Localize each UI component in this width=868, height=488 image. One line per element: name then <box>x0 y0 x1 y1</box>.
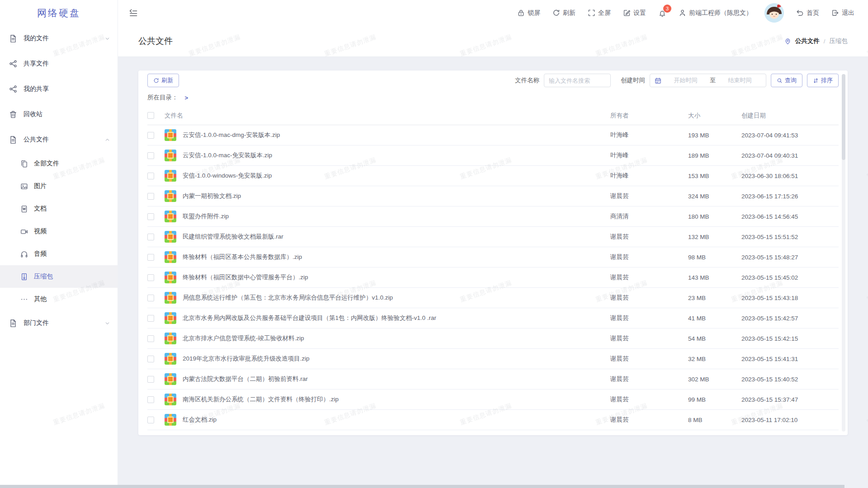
avatar[interactable] <box>764 3 784 23</box>
notifications-button[interactable]: 3 <box>658 9 666 17</box>
sidebar-item-videos[interactable]: 视频 <box>0 220 118 243</box>
file-owner: 谢晨芸 <box>610 395 688 404</box>
home-button[interactable]: 首页 <box>796 9 819 17</box>
directory-root-arrow[interactable]: > <box>185 94 189 101</box>
row-checkbox[interactable] <box>147 213 154 220</box>
row-checkbox[interactable] <box>147 152 154 159</box>
table-row[interactable]: 南海区机关新办公系统（二期）文件资料（终验打印）.zip谢晨芸99 MB2023… <box>147 389 839 410</box>
table-row[interactable]: 北京市水务局内网改版及公共服务基础平台建设项目（第1包：内网改版）终验验文档-v… <box>147 308 839 328</box>
sidebar-item-shared-files[interactable]: 共享文件 <box>0 51 118 76</box>
file-size: 180 MB <box>688 213 741 220</box>
start-time-placeholder[interactable]: 开始时间 <box>664 76 707 84</box>
file-name[interactable]: 云安信-1.0.0-mac-免安装版本.zip <box>183 152 272 159</box>
sidebar-item-recycle-bin[interactable]: 回收站 <box>0 102 118 127</box>
table-row[interactable]: 局信息系统运行维护（第五包：北京市水务局综合信息平台运行维护）v1.0.zip谢… <box>147 288 839 308</box>
refresh-icon <box>153 78 159 84</box>
row-checkbox[interactable] <box>147 356 154 362</box>
topbar: 锁屏刷新全屏设置 3 前端工程师（陈思文） <box>118 0 868 26</box>
table-row[interactable]: 2019年北京市水行政审批系统升级改造项目.zip谢晨芸32 MB2023-05… <box>147 349 839 369</box>
row-checkbox[interactable] <box>147 193 154 200</box>
table-row[interactable]: 民建组织管理系统验收文档最新版.rar谢晨芸132 MB2023-05-15 1… <box>147 227 839 247</box>
row-checkbox[interactable] <box>147 396 154 403</box>
sidebar-item-my-files[interactable]: 我的文件 <box>0 26 118 51</box>
table-row[interactable]: 内蒙古法院大数据平台（二期）初验前资料.rar谢晨芸302 MB2023-05-… <box>147 369 839 389</box>
file-owner: 叶海峰 <box>610 131 688 139</box>
lock-icon <box>517 9 525 17</box>
row-checkbox[interactable] <box>147 417 154 423</box>
table-row[interactable]: 安信-1.0.0-windows-免安装版.zip叶海峰153 MB2023-0… <box>147 166 839 186</box>
end-time-placeholder[interactable]: 结束时间 <box>718 76 761 84</box>
sidebar-item-department-files[interactable]: 部门文件 <box>0 310 118 336</box>
file-name[interactable]: 民建组织管理系统验收文档最新版.rar <box>183 233 283 240</box>
user-name: 前端工程师（陈思文） <box>689 9 752 17</box>
file-name[interactable]: 终验材料（福田区基本公共服务数据库）.zip <box>183 253 302 260</box>
file-size: 23 MB <box>688 295 741 301</box>
file-name-search-input[interactable] <box>544 74 611 87</box>
row-checkbox[interactable] <box>147 376 154 383</box>
table-row[interactable]: 终验材料（福田区基本公共服务数据库）.zip谢晨芸98 MB2023-05-15… <box>147 247 839 267</box>
vertical-scrollbar[interactable] <box>842 74 845 432</box>
user-menu[interactable]: 前端工程师（陈思文） <box>679 9 752 17</box>
logout-button[interactable]: 退出 <box>831 9 854 17</box>
row-checkbox[interactable] <box>147 315 154 322</box>
file-name[interactable]: 南海区机关新办公系统（二期）文件资料（终验打印）.zip <box>183 396 339 403</box>
zip-file-icon <box>165 150 176 161</box>
row-checkbox[interactable] <box>147 254 154 261</box>
collapse-sidebar-icon[interactable] <box>129 9 138 18</box>
chevron-up-icon <box>104 137 110 143</box>
table-row[interactable]: 终验材料（福田区数据中心管理服务平台）.zip谢晨芸143 MB2023-05-… <box>147 267 839 288</box>
fullscreen-button[interactable]: 全屏 <box>588 9 611 17</box>
horizontal-scrollbar[interactable] <box>0 485 844 488</box>
sidebar-item-documents[interactable]: 文档 <box>0 197 118 220</box>
fullscreen-icon <box>588 9 595 17</box>
date-range-picker[interactable]: 开始时间 至 结束时间 <box>650 74 766 87</box>
breadcrumb-root[interactable]: 公共文件 <box>795 37 820 45</box>
file-owner: 叶海峰 <box>610 172 688 180</box>
file-owner: 谢晨芸 <box>610 416 688 424</box>
select-all-checkbox[interactable] <box>147 112 154 119</box>
row-checkbox[interactable] <box>147 274 154 281</box>
settings-button[interactable]: 设置 <box>623 9 646 17</box>
row-checkbox[interactable] <box>147 295 154 301</box>
row-checkbox[interactable] <box>147 234 154 240</box>
refresh-button[interactable]: 刷新 <box>147 74 179 87</box>
file-name[interactable]: 内蒙一期初验文档.zip <box>183 192 241 199</box>
row-checkbox[interactable] <box>147 335 154 342</box>
sidebar-item-images[interactable]: 图片 <box>0 175 118 197</box>
file-name[interactable]: 安信-1.0.0-windows-免安装版.zip <box>183 172 272 179</box>
topbar-actions: 锁屏刷新全屏设置 3 前端工程师（陈思文） <box>517 3 854 23</box>
table-row[interactable]: 联盟办件附件.zip商清清180 MB2023-06-15 14:56:45 <box>147 206 839 227</box>
row-checkbox[interactable] <box>147 173 154 179</box>
file-name[interactable]: 局信息系统运行维护（第五包：北京市水务局综合信息平台运行维护）v1.0.zip <box>183 294 393 301</box>
file-name[interactable]: 北京市水务局内网改版及公共服务基础平台建设项目（第1包：内网改版）终验验文档-v… <box>183 314 436 321</box>
lock-screen-button[interactable]: 锁屏 <box>517 9 540 17</box>
file-name[interactable]: 云安信-1.0.0-mac-dmg-安装版本.zip <box>183 131 280 138</box>
scrollbar-thumb[interactable] <box>842 74 845 160</box>
table-row[interactable]: 云安信-1.0.0-mac-dmg-安装版本.zip叶海峰193 MB2023-… <box>147 125 839 145</box>
file-name[interactable]: 红会文档.zip <box>183 416 217 423</box>
image-icon <box>20 183 28 190</box>
chevron-down-icon <box>104 320 110 326</box>
sidebar-item-audio[interactable]: 音频 <box>0 243 118 265</box>
table-row[interactable]: 内蒙一期初验文档.zip谢晨芸324 MB2023-06-15 17:15:26 <box>147 186 839 206</box>
file-name[interactable]: 2019年北京市水行政审批系统升级改造项目.zip <box>183 355 310 362</box>
file-name[interactable]: 内蒙古法院大数据平台（二期）初验前资料.rar <box>183 375 308 382</box>
row-checkbox[interactable] <box>147 132 154 139</box>
file-name[interactable]: 终验材料（福田区数据中心管理服务平台）.zip <box>183 274 308 281</box>
sidebar-item-public-files[interactable]: 公共文件 <box>0 127 118 152</box>
refresh-button[interactable]: 刷新 <box>552 9 576 17</box>
sidebar-item-others[interactable]: 其他 <box>0 288 118 310</box>
share-icon <box>9 60 17 68</box>
file-name[interactable]: 北京市排水户信息管理系统-竣工验收材料.zip <box>183 335 304 342</box>
sort-button[interactable]: 排序 <box>807 74 839 87</box>
file-date: 2023-05-15 15:40:52 <box>741 376 839 383</box>
sidebar-item-archives[interactable]: 压缩包 <box>0 265 118 288</box>
table-row[interactable]: 红会文档.zip谢晨芸8 MB2023-05-11 17:02:10 <box>147 410 839 430</box>
file-name[interactable]: 联盟办件附件.zip <box>183 213 229 220</box>
sidebar-item-my-shares[interactable]: 我的共享 <box>0 76 118 102</box>
table-row[interactable]: 北京市排水户信息管理系统-竣工验收材料.zip谢晨芸54 MB2023-05-1… <box>147 328 839 349</box>
table-row[interactable]: 云安信-1.0.0-mac-免安装版本.zip叶海峰189 MB2023-07-… <box>147 145 839 166</box>
column-header-size: 大小 <box>688 112 741 120</box>
sidebar-item-all-files[interactable]: 全部文件 <box>0 152 118 175</box>
search-button[interactable]: 查询 <box>771 74 802 87</box>
